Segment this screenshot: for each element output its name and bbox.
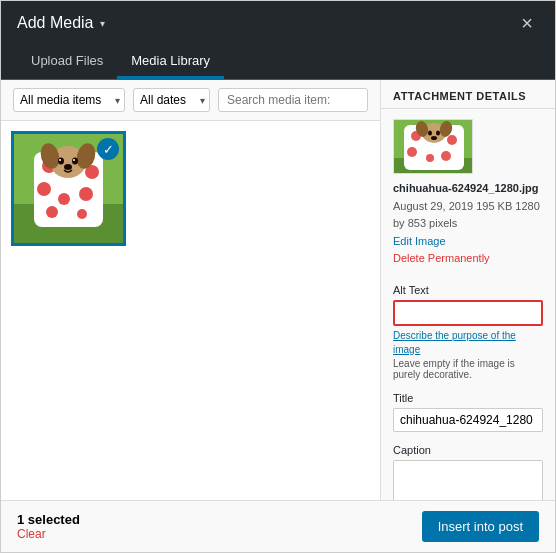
clear-selection-link[interactable]: Clear — [17, 527, 80, 541]
svg-point-25 — [407, 147, 417, 157]
date-select[interactable]: All dates — [133, 88, 210, 112]
search-input[interactable] — [218, 88, 368, 112]
svg-point-18 — [64, 164, 72, 170]
attachment-filename: chihuahua-624924_1280.jpg — [393, 182, 539, 194]
title-group: Title — [381, 384, 555, 436]
title-label: Title — [393, 392, 543, 404]
media-type-select-wrapper: All media items — [13, 88, 125, 112]
attachment-info: chihuahua-624924_1280.jpg August 29, 201… — [381, 180, 555, 276]
attachment-filesize: 195 KB — [476, 200, 512, 212]
alt-text-hint[interactable]: Describe the purpose of the image — [393, 329, 543, 357]
svg-point-31 — [428, 131, 432, 136]
svg-point-16 — [59, 159, 61, 161]
media-item[interactable]: ✓ — [11, 131, 126, 246]
selected-count: 1 selected — [17, 512, 80, 527]
caption-group: Caption — [381, 436, 555, 500]
svg-point-26 — [441, 151, 451, 161]
attachment-details-title: ATTACHMENT DETAILS — [381, 80, 555, 109]
selected-info: 1 selected Clear — [17, 512, 80, 541]
svg-point-7 — [79, 187, 93, 201]
svg-point-9 — [46, 206, 58, 218]
alt-text-label: Alt Text — [393, 284, 543, 296]
selected-check-badge: ✓ — [97, 138, 119, 160]
svg-point-32 — [436, 131, 440, 136]
alt-text-group: Alt Text Describe the purpose of the ima… — [381, 276, 555, 384]
filter-bar: All media items All dates — [1, 80, 380, 121]
insert-into-post-button[interactable]: Insert into post — [422, 511, 539, 542]
media-area: All media items All dates — [1, 80, 381, 500]
caption-textarea[interactable] — [393, 460, 543, 500]
svg-point-17 — [73, 159, 75, 161]
svg-point-8 — [58, 193, 70, 205]
attachment-thumbnail — [393, 119, 473, 174]
title-input[interactable] — [393, 408, 543, 432]
media-type-select[interactable]: All media items — [13, 88, 125, 112]
alt-text-input[interactable] — [393, 300, 543, 326]
modal-title-text: Add Media — [17, 14, 94, 32]
modal-header: Add Media ▾ × — [1, 1, 555, 45]
svg-point-15 — [72, 158, 78, 165]
close-button[interactable]: × — [515, 11, 539, 35]
svg-point-10 — [77, 209, 87, 219]
dropdown-arrow-icon[interactable]: ▾ — [100, 18, 105, 29]
tab-upload-files[interactable]: Upload Files — [17, 45, 117, 79]
attachment-panel: ATTACHMENT DETAILS — [381, 80, 555, 500]
tabs-bar: Upload Files Media Library — [1, 45, 555, 80]
modal-footer: 1 selected Clear Insert into post — [1, 500, 555, 552]
svg-point-33 — [431, 136, 437, 140]
attachment-thumb-image — [394, 120, 473, 174]
edit-image-link[interactable]: Edit Image — [393, 233, 543, 251]
attachment-thumbnail-wrapper — [381, 109, 555, 180]
svg-point-14 — [58, 158, 64, 165]
svg-point-6 — [37, 182, 51, 196]
attachment-date: August 29, 2019 — [393, 200, 473, 212]
tab-media-library[interactable]: Media Library — [117, 45, 224, 79]
delete-permanently-link[interactable]: Delete Permanently — [393, 250, 543, 268]
date-select-wrapper: All dates — [133, 88, 210, 112]
svg-point-27 — [426, 154, 434, 162]
modal-body: All media items All dates — [1, 80, 555, 500]
media-grid: ✓ — [1, 121, 380, 500]
modal-title: Add Media ▾ — [17, 14, 105, 32]
caption-label: Caption — [393, 444, 543, 456]
svg-point-24 — [447, 135, 457, 145]
add-media-modal: Add Media ▾ × Upload Files Media Library… — [0, 0, 556, 553]
alt-text-desc: Leave empty if the image is purely decor… — [393, 358, 543, 380]
